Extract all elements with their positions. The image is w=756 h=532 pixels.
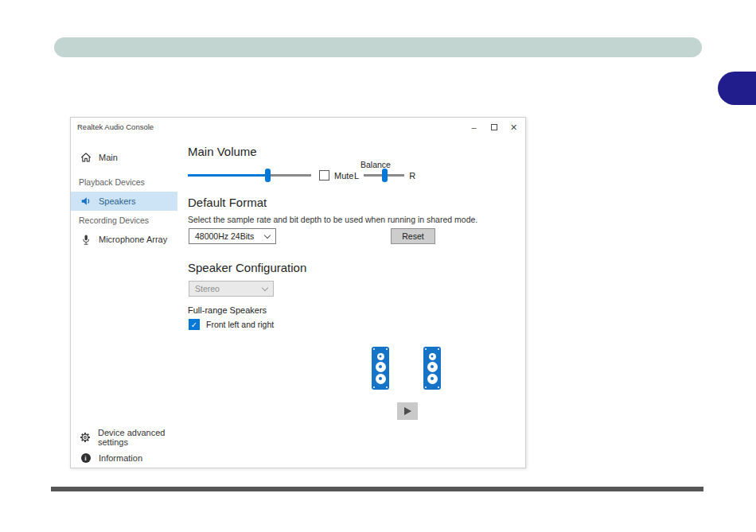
sample-rate-dropdown[interactable]: 48000Hz 24Bits (189, 228, 276, 244)
speaker-corner-dots (425, 348, 427, 350)
balance-right-label: R (409, 171, 415, 181)
mute-label: Mute (334, 171, 353, 181)
speaker-driver (429, 353, 436, 360)
window-controls: – ✕ (464, 118, 524, 137)
maximize-icon (491, 124, 497, 130)
speaker-driver (376, 362, 386, 372)
recording-devices-label: Recording Devices (79, 216, 149, 225)
maximize-button[interactable] (484, 118, 504, 137)
realtek-audio-console-window: Realtek Audio Console – ✕ Main Playback … (70, 117, 526, 468)
home-icon (80, 152, 92, 163)
left-speaker-image (372, 347, 389, 390)
right-speaker-image (423, 347, 441, 390)
window-title: Realtek Audio Console (77, 122, 154, 131)
front-left-right-checkbox[interactable]: ✓ (189, 319, 200, 330)
chevron-down-icon (262, 284, 268, 290)
speaker-driver (427, 362, 438, 372)
main-panel: Main Volume Mute Balance L R Default For… (177, 137, 525, 468)
speaker-icon (80, 196, 92, 207)
sidebar-item-label: Device advanced settings (98, 428, 177, 447)
info-icon: i (80, 453, 92, 463)
close-button[interactable]: ✕ (504, 118, 524, 137)
reset-button[interactable]: Reset (391, 228, 435, 244)
default-format-heading: Default Format (188, 196, 267, 209)
sidebar-item-label: Main (99, 153, 118, 162)
chevron-down-icon (264, 231, 271, 238)
slider-fill (188, 174, 268, 177)
play-icon (404, 407, 411, 415)
balance-slider[interactable] (364, 169, 404, 182)
document-page: Realtek Audio Console – ✕ Main Playback … (0, 0, 756, 532)
speaker-configuration-value: Stereo (195, 284, 220, 293)
sidebar-item-main[interactable]: Main (71, 148, 177, 167)
sidebar-item-microphone-array[interactable]: Microphone Array (71, 230, 177, 249)
sidebar-item-information[interactable]: i Information (71, 449, 177, 468)
sidebar-item-label: Information (99, 453, 142, 463)
sidebar-item-speakers[interactable]: Speakers (71, 192, 177, 211)
sample-rate-value: 48000Hz 24Bits (195, 231, 254, 241)
speaker-corner-dots (373, 348, 375, 350)
front-left-right-label: Front left and right (206, 320, 274, 329)
playback-devices-label: Playback Devices (79, 177, 145, 187)
footer-rule (51, 487, 703, 491)
gear-icon (80, 432, 91, 443)
sidebar-item-device-advanced-settings[interactable]: Device advanced settings (71, 428, 177, 447)
full-range-speakers-label: Full-range Speakers (188, 305, 267, 315)
balance-slider-thumb[interactable] (382, 169, 388, 182)
speaker-configuration-dropdown: Stereo (189, 281, 274, 297)
volume-slider-thumb[interactable] (265, 169, 271, 182)
default-format-description: Select the sample rate and bit depth to … (188, 215, 477, 224)
microphone-icon (80, 234, 92, 246)
mute-checkbox[interactable] (319, 170, 329, 181)
sidebar-item-label: Microphone Array (99, 235, 167, 244)
balance-control: L R (354, 169, 415, 182)
balance-left-label: L (354, 171, 359, 181)
titlebar[interactable]: Realtek Audio Console – ✕ (71, 118, 525, 137)
chapter-edge-tab (718, 72, 756, 105)
sidebar: Main Playback Devices Speakers Recording… (71, 137, 177, 468)
speaker-driver (377, 353, 384, 360)
main-volume-heading: Main Volume (188, 145, 257, 158)
play-test-button[interactable] (397, 402, 418, 420)
speaker-driver (376, 374, 386, 384)
sidebar-item-label: Speakers (99, 196, 135, 206)
minimize-button[interactable]: – (464, 118, 484, 137)
speaker-driver (427, 374, 438, 384)
speaker-configuration-heading: Speaker Configuration (188, 261, 306, 274)
front-left-right-control: ✓ Front left and right (189, 319, 274, 330)
header-banner (54, 37, 702, 57)
main-volume-slider[interactable] (188, 169, 311, 182)
mute-control: Mute (319, 170, 353, 181)
